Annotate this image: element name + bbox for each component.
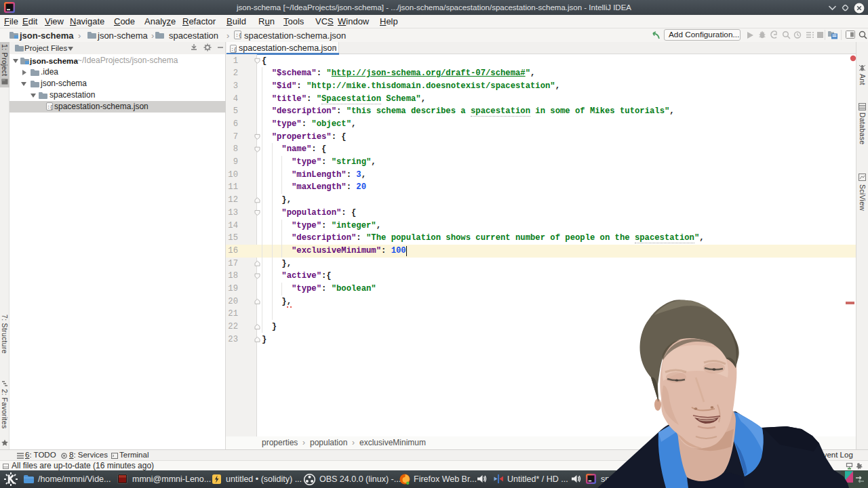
- svg-text::{: :{: [47, 104, 53, 110]
- svg-text::{: :{: [231, 47, 237, 52]
- svg-text::{: :{: [235, 32, 241, 38]
